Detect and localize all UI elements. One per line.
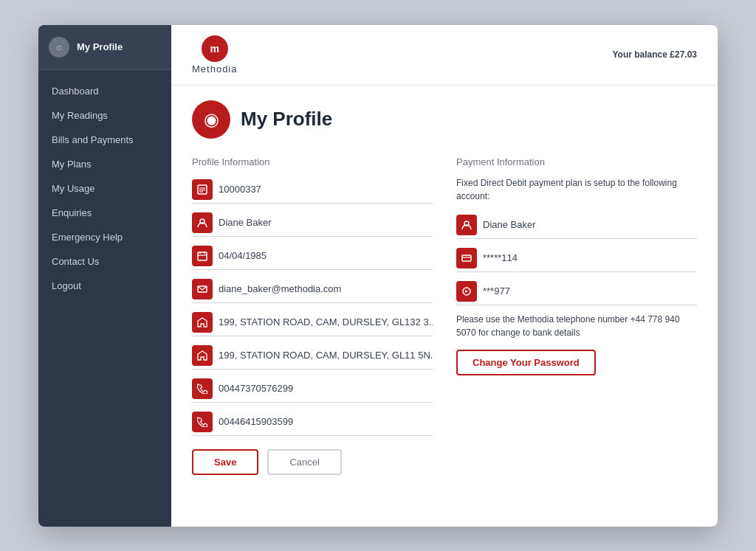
cancel-button[interactable]: Cancel [267, 449, 341, 475]
payment-account-icon [456, 281, 477, 302]
payment-section-label: Payment Information [456, 156, 697, 167]
sidebar-nav: Dashboard My Readings Bills and Payments… [38, 70, 171, 527]
app-container: ○ My Profile Dashboard My Readings Bills… [38, 25, 718, 527]
account-number-input[interactable] [219, 181, 433, 198]
change-password-button[interactable]: Change Your Password [456, 350, 596, 375]
sidebar-item-my-usage[interactable]: My Usage [38, 176, 171, 201]
profile-info-col: Profile Information [192, 156, 433, 475]
address1-input[interactable] [219, 313, 433, 330]
sidebar-header: ○ My Profile [38, 25, 171, 70]
payment-name-icon [456, 215, 477, 235]
main-header: m Methodia Your balance £27.03 [171, 25, 718, 86]
field-phone2 [192, 409, 433, 436]
field-payment-name [456, 212, 697, 239]
field-dob [192, 243, 433, 270]
sort-code-icon [456, 248, 477, 268]
field-payment-account [456, 278, 697, 305]
svg-rect-5 [198, 252, 207, 260]
phone2-input[interactable] [219, 413, 433, 430]
field-email [192, 276, 433, 303]
sidebar-item-bills-payments[interactable]: Bills and Payments [38, 128, 171, 152]
two-col-layout: Profile Information [192, 156, 697, 475]
payment-info-col: Payment Information Fixed Direct Debit p… [456, 156, 697, 475]
field-phone1 [192, 375, 433, 403]
name-icon [192, 212, 213, 233]
email-input[interactable] [219, 280, 433, 297]
profile-btn-row: Save Cancel [192, 449, 433, 475]
page-body: ◉ My Profile Profile Information [171, 86, 718, 527]
dob-input[interactable] [219, 247, 433, 264]
balance-display: Your balance £27.03 [612, 49, 697, 60]
payment-name-input[interactable] [483, 216, 697, 233]
sidebar-item-emergency-help[interactable]: Emergency Help [38, 225, 171, 249]
email-icon [192, 279, 213, 299]
sidebar-item-dashboard[interactable]: Dashboard [38, 79, 171, 103]
payment-note: Please use the Methodia telephone number… [456, 313, 697, 339]
address1-icon [192, 312, 213, 333]
logo-area: m Methodia [192, 35, 237, 74]
address2-input[interactable] [219, 347, 433, 364]
profile-section-label: Profile Information [192, 156, 433, 167]
field-address2 [192, 342, 433, 370]
profile-avatar-icon: ◉ [192, 100, 230, 139]
field-sort-code [456, 245, 697, 272]
sidebar-item-contact-us[interactable]: Contact Us [38, 249, 171, 274]
field-name [192, 209, 433, 237]
sidebar: ○ My Profile Dashboard My Readings Bills… [38, 25, 171, 527]
phone2-icon [192, 412, 213, 432]
page-title-area: ◉ My Profile [192, 100, 697, 139]
sidebar-header-label: My Profile [77, 41, 123, 52]
sidebar-item-logout[interactable]: Logout [38, 274, 171, 298]
sidebar-item-my-plans[interactable]: My Plans [38, 152, 171, 176]
dob-icon [192, 246, 213, 266]
address2-icon [192, 345, 213, 366]
main-content: m Methodia Your balance £27.03 ◉ My Prof… [171, 25, 718, 527]
svg-rect-11 [462, 255, 471, 261]
logo-icon: m [202, 35, 228, 62]
page-title: My Profile [241, 108, 332, 131]
sidebar-item-my-readings[interactable]: My Readings [38, 103, 171, 128]
user-avatar-icon: ○ [49, 37, 69, 58]
field-address1 [192, 309, 433, 336]
payment-account-input[interactable] [483, 283, 697, 299]
payment-description: Fixed Direct Debit payment plan is setup… [456, 176, 697, 203]
phone1-input[interactable] [219, 380, 433, 397]
sort-code-input[interactable] [483, 249, 697, 266]
field-account-number [192, 176, 433, 204]
save-button[interactable]: Save [192, 449, 258, 475]
sidebar-item-enquiries[interactable]: Enquiries [38, 201, 171, 225]
account-number-icon [192, 179, 213, 200]
name-input[interactable] [219, 214, 433, 231]
phone1-icon [192, 378, 213, 399]
logo-text: Methodia [192, 63, 237, 74]
